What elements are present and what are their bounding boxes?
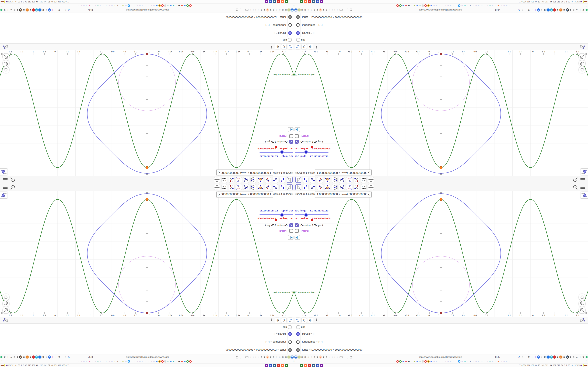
taskbar-expand-icon[interactable]: ⌃⌃ xyxy=(519,1,520,3)
bookmark-favicon[interactable]: ○ xyxy=(500,4,502,7)
curvature-value-point[interactable] xyxy=(146,166,148,169)
bookmark-favicon[interactable]: Я xyxy=(161,4,164,7)
bookmark-favicon[interactable]: ○ xyxy=(452,4,455,7)
bookmark-favicon[interactable]: ○ xyxy=(475,360,477,363)
browser-action-icon[interactable]: U xyxy=(566,8,569,12)
bookmark-favicon[interactable]: ○ xyxy=(478,360,480,363)
lock-icon[interactable] xyxy=(236,8,238,12)
browser-action-icon[interactable]: ● xyxy=(26,355,29,359)
bookmark-favicon[interactable]: G xyxy=(184,4,186,7)
folder-icon[interactable] xyxy=(340,8,343,11)
bookmark-favicon[interactable]: f xyxy=(113,360,116,363)
browser-action-icon[interactable]: ⚙ xyxy=(543,8,546,12)
bookmark-favicon[interactable]: ○ xyxy=(80,360,82,363)
bookmark-favicon[interactable]: ○ xyxy=(80,4,82,7)
browser-action-icon[interactable]: + xyxy=(546,8,550,12)
taskbar-app-icon[interactable]: ▶ xyxy=(300,0,303,3)
algebra-row-funcs[interactable]: funcs = {1.000000000000 + cos(4.00000000… xyxy=(0,346,294,354)
tracing-checkbox[interactable] xyxy=(289,134,293,138)
url-text[interactable]: https://www.geogebra.org/classic/aagcxh3… xyxy=(419,9,462,11)
extension-icon[interactable]: V xyxy=(291,355,294,359)
bookmark-favicon[interactable]: G xyxy=(88,4,91,7)
bookmark-favicon[interactable]: Я xyxy=(396,4,399,7)
taskbar-app-icon[interactable]: ● xyxy=(281,364,284,367)
bookmark-favicon[interactable]: W xyxy=(407,4,410,7)
home-button[interactable] xyxy=(579,294,585,300)
browser-action-icon[interactable]: ✚ xyxy=(579,355,582,359)
bookmark-favicon[interactable]: ● xyxy=(399,4,402,7)
bookmark-favicon[interactable]: ○ xyxy=(455,360,458,363)
profile-avatar-dot[interactable] xyxy=(0,356,2,358)
skip-to-end-button[interactable]: ▶▏ xyxy=(294,235,300,240)
bookmark-favicon[interactable]: Я xyxy=(396,360,399,363)
bookmark-favicon[interactable]: Я xyxy=(189,4,192,7)
tool-point[interactable]: A xyxy=(280,184,285,190)
pause-icon[interactable]: ‖ xyxy=(294,4,295,7)
bookmark-favicon[interactable]: ○ xyxy=(94,360,96,363)
algebra-view-panel-icon[interactable] xyxy=(579,318,587,324)
bookmark-favicon[interactable]: ○ xyxy=(102,360,105,363)
tool-move-graphics-view[interactable] xyxy=(368,177,374,183)
extension-icon[interactable]: ● xyxy=(319,8,322,12)
taskbar-app-icon[interactable]: ▶ xyxy=(285,0,288,3)
tool-angle[interactable]: α xyxy=(236,184,242,190)
extension-icon[interactable]: ● xyxy=(297,8,301,12)
bookmark-favicon[interactable]: G xyxy=(172,360,175,363)
bookmark-favicon[interactable]: ○ xyxy=(466,4,469,7)
curvature-function-dropdown[interactable]: 1.000000000000 + cos(4.000000000000 x) ▼ xyxy=(216,192,273,198)
bookmark-favicon[interactable]: ○ xyxy=(108,360,110,363)
more-options-kebab-icon[interactable]: ⋮ xyxy=(270,318,273,322)
curvature-function-dropdown[interactable]: 1.000000000000 + cos(4.000000000000 x) ▼ xyxy=(216,169,273,175)
browser-action-icon[interactable]: ▼ xyxy=(550,355,553,359)
tool-circle-center-point[interactable] xyxy=(332,184,337,190)
bookmark-favicon[interactable]: ○ xyxy=(452,360,455,363)
tool-reflect-about-line[interactable] xyxy=(229,177,235,183)
bookmark-favicon[interactable]: ○ xyxy=(102,4,105,7)
arc-position-point[interactable] xyxy=(440,53,442,55)
home-button[interactable] xyxy=(3,67,9,73)
shield-icon[interactable] xyxy=(239,355,242,359)
bookmark-favicon[interactable]: W xyxy=(407,360,410,363)
extension-icon[interactable]: V xyxy=(294,8,297,12)
browser-action-icon[interactable]: A xyxy=(518,355,521,359)
bookmark-favicon[interactable]: ○ xyxy=(153,4,155,7)
tool-circle-center-point[interactable] xyxy=(332,177,337,183)
curvature-tangent-checkbox[interactable]: ✓ xyxy=(289,140,293,144)
browser-action-icon[interactable]: ↓ xyxy=(54,8,58,12)
taskbar-app-icon[interactable]: ⚙ xyxy=(277,364,280,367)
browser-action-icon[interactable]: ▼ xyxy=(35,355,38,359)
browser-action-icon[interactable]: ◆ xyxy=(16,355,19,359)
browser-action-icon[interactable]: → xyxy=(61,8,64,12)
extension-icon[interactable]: ∩ xyxy=(275,355,278,359)
taskbar-app-icon[interactable]: ▤ xyxy=(316,364,319,367)
bookmark-favicon[interactable]: ⚙ xyxy=(116,360,119,363)
zoom-out-button[interactable] xyxy=(3,53,9,60)
bookmark-favicon[interactable]: i xyxy=(422,4,424,7)
bookmark-favicon[interactable]: ○ xyxy=(508,4,511,7)
search-icon[interactable] xyxy=(10,185,15,190)
arc-position-point[interactable] xyxy=(440,312,442,314)
algebra-row-curves[interactable]: curves = {} xyxy=(0,330,294,338)
browser-action-icon[interactable]: → xyxy=(61,355,64,359)
tool-perpendicular-line[interactable] xyxy=(317,177,323,183)
extension-icon[interactable]: ● xyxy=(287,355,291,359)
visibility-marble[interactable] xyxy=(296,332,300,336)
bookmark-favicon[interactable]: ○ xyxy=(77,4,80,7)
profile-avatar-dot[interactable] xyxy=(0,9,2,11)
profile-avatar-dot[interactable] xyxy=(586,9,588,11)
browser-action-icon[interactable]: ↻ xyxy=(58,355,61,359)
more-options-kebab-icon[interactable]: ⋮ xyxy=(315,318,318,322)
browser-action-icon[interactable]: ■ xyxy=(29,8,32,12)
algebra-style-button[interactable] xyxy=(295,317,300,323)
bookmark-favicon[interactable]: G xyxy=(170,360,172,363)
algebra-row-curves[interactable]: curves = {} xyxy=(294,29,588,37)
skip-to-end-button[interactable]: ▶▏ xyxy=(294,127,300,132)
bookmark-favicon[interactable]: ○ xyxy=(125,360,127,363)
taskbar-app-icon[interactable]: ▣ xyxy=(273,0,276,3)
browser-action-icon[interactable]: ▲ xyxy=(10,355,13,359)
tool-ellipse[interactable] xyxy=(243,177,249,183)
bookmark-favicon[interactable]: ○ xyxy=(506,4,508,7)
tool-reflect-about-line[interactable] xyxy=(353,184,359,190)
bookmark-favicon[interactable]: ⚙ xyxy=(116,4,119,7)
bookmark-favicon[interactable]: Я xyxy=(424,4,427,7)
